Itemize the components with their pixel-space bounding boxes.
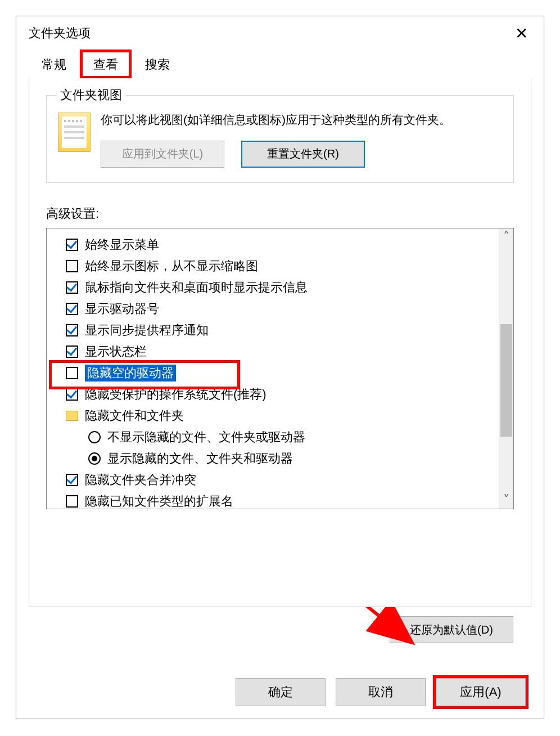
tab-panel: 文件夹视图 你可以将此视图(如详细信息或图标)应用于这种类型的所有文件夹。 应用…: [29, 78, 531, 607]
checkbox[interactable]: [66, 388, 78, 401]
checkbox[interactable]: [66, 495, 78, 508]
checkbox[interactable]: [66, 281, 78, 294]
dialog-footer: 确定 取消 应用(A): [16, 678, 544, 706]
checkbox[interactable]: [66, 367, 78, 379]
item-label: 始终显示图标，从不显示缩略图: [85, 258, 258, 275]
checkbox[interactable]: [66, 303, 78, 315]
apply-button[interactable]: 应用(A): [436, 678, 526, 706]
list-item[interactable]: 鼠标指向文件夹和桌面项时显示提示信息: [66, 277, 499, 298]
folder-icon: [58, 113, 91, 152]
item-label: 显示状态栏: [85, 343, 147, 360]
checkbox[interactable]: [66, 260, 78, 272]
radio[interactable]: [88, 431, 101, 443]
folder-views-group: 文件夹视图 你可以将此视图(如详细信息或图标)应用于这种类型的所有文件夹。 应用…: [46, 95, 514, 183]
group-description: 你可以将此视图(如详细信息或图标)应用于这种类型的所有文件夹。: [101, 110, 502, 129]
ok-button[interactable]: 确定: [236, 678, 326, 706]
close-icon[interactable]: ✕: [504, 19, 538, 47]
list-item[interactable]: 显示状态栏: [66, 341, 499, 362]
checkbox[interactable]: [66, 345, 78, 358]
reset-folders-button[interactable]: 重置文件夹(R): [241, 141, 365, 168]
radio[interactable]: [88, 452, 101, 465]
list-item[interactable]: 显示同步提供程序通知: [66, 320, 499, 341]
dialog-title: 文件夹选项: [29, 25, 91, 42]
item-label: 隐藏文件和文件夹: [85, 407, 184, 424]
item-label: 隐藏已知文件类型的扩展名: [85, 493, 233, 509]
item-label: 显示驱动器号: [85, 300, 159, 317]
restore-defaults-button[interactable]: 还原为默认值(D): [390, 616, 513, 643]
item-label: 隐藏空的驱动器: [85, 365, 176, 382]
scrollbar[interactable]: ˄ ˅: [499, 228, 513, 509]
list-item[interactable]: 显示隐藏的文件、文件夹和驱动器: [66, 448, 499, 469]
scroll-up-icon[interactable]: ˄: [499, 228, 513, 245]
item-label: 始终显示菜单: [85, 236, 159, 253]
scroll-down-icon[interactable]: ˅: [499, 492, 513, 509]
list-item[interactable]: 始终显示图标，从不显示缩略图: [66, 255, 499, 277]
tab-view[interactable]: 查看: [80, 50, 131, 78]
scroll-thumb[interactable]: [500, 324, 512, 437]
titlebar: 文件夹选项 ✕: [16, 16, 544, 50]
item-label: 不显示隐藏的文件、文件夹或驱动器: [107, 429, 305, 446]
advanced-settings-label: 高级设置:: [46, 205, 514, 222]
checkbox[interactable]: [66, 474, 78, 486]
item-label: 鼠标指向文件夹和桌面项时显示提示信息: [85, 279, 308, 296]
item-label: 隐藏受保护的操作系统文件(推荐): [85, 386, 267, 403]
folder-icon: [66, 411, 78, 421]
list-item[interactable]: 隐藏文件夹合并冲突: [66, 469, 499, 491]
tab-general[interactable]: 常规: [29, 50, 79, 78]
item-label: 显示同步提供程序通知: [85, 322, 209, 339]
group-legend: 文件夹视图: [57, 87, 125, 104]
list-item[interactable]: 隐藏空的驱动器: [66, 362, 499, 384]
list-item[interactable]: 隐藏受保护的操作系统文件(推荐): [66, 384, 499, 405]
list-item[interactable]: 显示驱动器号: [66, 298, 499, 320]
checkbox[interactable]: [66, 239, 78, 251]
tab-search[interactable]: 搜索: [132, 50, 183, 78]
list-item[interactable]: 隐藏已知文件类型的扩展名: [66, 491, 499, 509]
list-item[interactable]: 不显示隐藏的文件、文件夹或驱动器: [66, 427, 499, 448]
list-item[interactable]: 始终显示菜单: [66, 234, 499, 255]
item-label: 显示隐藏的文件、文件夹和驱动器: [107, 450, 293, 467]
scroll-track[interactable]: [499, 245, 513, 492]
apply-to-folders-button: 应用到文件夹(L): [101, 141, 224, 168]
cancel-button[interactable]: 取消: [336, 678, 426, 706]
tab-strip: 常规 查看 搜索: [29, 50, 531, 78]
checkbox[interactable]: [66, 324, 78, 336]
folder-options-dialog: 文件夹选项 ✕ 常规 查看 搜索 文件夹视图 你可以将此视图(如详细信息或图标)…: [16, 16, 544, 719]
list-item[interactable]: 隐藏文件和文件夹: [66, 405, 499, 427]
item-label: 隐藏文件夹合并冲突: [85, 472, 196, 488]
advanced-settings-list[interactable]: 始终显示菜单始终显示图标，从不显示缩略图鼠标指向文件夹和桌面项时显示提示信息显示…: [46, 228, 514, 509]
